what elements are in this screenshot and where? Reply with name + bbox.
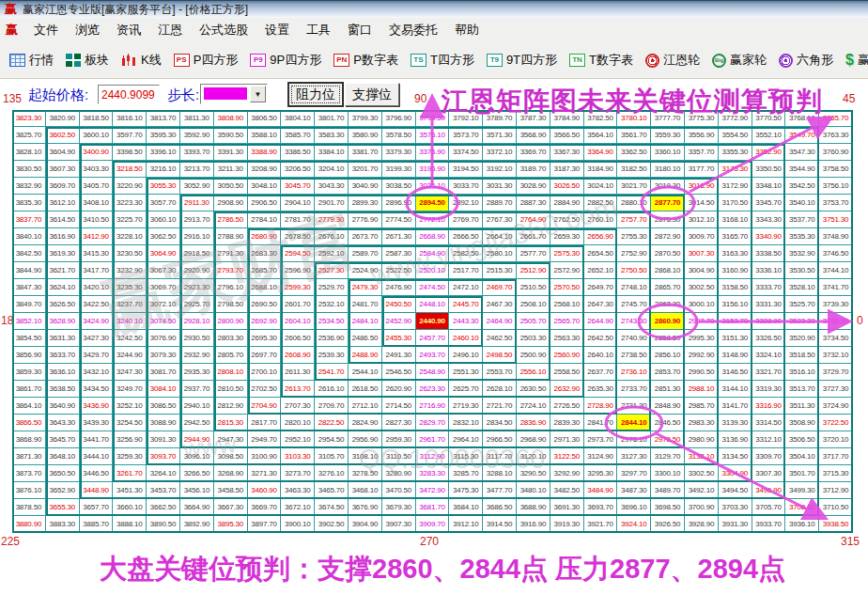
- grid-cell: 3597.70: [113, 127, 147, 144]
- grid-cell: 2812.90: [214, 398, 248, 415]
- toolbar-item-label: K线: [141, 52, 162, 69]
- grid-cell: 2649.70: [584, 279, 618, 296]
- grid-cell: 3316.90: [752, 398, 786, 415]
- support-button[interactable]: 支撑位: [345, 83, 399, 106]
- grid-cell: 3093.70: [147, 448, 180, 465]
- grid-cell: 3040.90: [349, 178, 382, 195]
- grid-cell: 3880.90: [12, 516, 46, 533]
- grid-cell: 3456.10: [180, 482, 214, 499]
- start-price-input[interactable]: [98, 85, 160, 104]
- grid-cell: 3504.10: [785, 448, 819, 465]
- grid-cell: 2834.50: [483, 415, 517, 431]
- grid-cell: 2995.30: [685, 330, 719, 347]
- grid-cell: 2846.50: [651, 415, 685, 431]
- menu-item-8[interactable]: 交易委托: [380, 19, 446, 41]
- toolbar-item-5[interactable]: PNP数字表: [333, 52, 398, 69]
- grid-cell: 3343.30: [752, 211, 786, 228]
- grid-cell: 2517.70: [449, 262, 483, 279]
- grid-cell: 3576.10: [416, 127, 450, 144]
- grid-cell: 3660.10: [113, 499, 147, 516]
- grid-cell: 3156.10: [719, 296, 752, 313]
- grid-cell: 3062.50: [147, 228, 180, 245]
- grid-cell: 3676.90: [349, 499, 382, 516]
- grid-cell: 2769.70: [449, 211, 483, 228]
- grid-cell: 3124.90: [584, 448, 618, 465]
- grid-cell: 2558.50: [550, 364, 584, 381]
- grid-cell: 3607.30: [46, 161, 80, 178]
- menu-item-4[interactable]: 公式选股: [191, 19, 256, 41]
- menu-item-6[interactable]: 工具: [298, 19, 339, 41]
- grid-cell: 3168.10: [719, 211, 752, 228]
- grid-cell: 2671.30: [382, 228, 416, 245]
- grid-cell: 3528.10: [785, 279, 819, 296]
- grid-cell: 2808.10: [214, 364, 248, 381]
- resistance-button[interactable]: 阻力位: [288, 83, 343, 106]
- menu-item-2[interactable]: 资讯: [108, 19, 149, 41]
- grid-cell: 3914.50: [483, 516, 517, 533]
- grid-cell: 3837.70: [12, 211, 46, 228]
- grid-cell: 3667.30: [214, 499, 248, 516]
- grid-cell: 3331.30: [752, 296, 786, 313]
- grid-cell: 3655.30: [46, 499, 80, 516]
- menu-item-7[interactable]: 窗口: [339, 19, 380, 41]
- toolbar-item-7[interactable]: T99T四方形: [487, 52, 557, 69]
- grid-cell: 2736.10: [617, 364, 651, 381]
- menu-item-3[interactable]: 江恩: [149, 19, 191, 41]
- grid-cell: 3304.90: [719, 465, 752, 482]
- grid-cell: 3602.50: [46, 127, 80, 144]
- grid-cell: 3242.50: [113, 330, 147, 347]
- grid-cell: 2961.70: [416, 431, 450, 448]
- grid-cell: 3235.30: [113, 279, 147, 296]
- toolbar-item-11[interactable]: 六角形: [779, 52, 833, 69]
- toolbar-item-1[interactable]: 板块: [66, 52, 109, 69]
- toolbar-item-12[interactable]: $赢家服务: [845, 52, 868, 69]
- grid-cell: 3513.70: [785, 381, 819, 398]
- toolbar-item-label: 江恩轮: [663, 52, 700, 69]
- grid-cell: 3813.70: [147, 110, 180, 127]
- grid-cell: 2604.10: [281, 313, 315, 330]
- toolbar-item-2[interactable]: K线: [121, 52, 162, 69]
- grid-cell: 3468.10: [349, 482, 382, 499]
- step-color-dropdown[interactable]: ▼: [200, 84, 268, 104]
- grid-cell: 3189.70: [517, 161, 550, 178]
- grid-cell: 2448.10: [416, 296, 450, 313]
- grid-cell: 3825.70: [12, 127, 46, 144]
- toolbar-item-10[interactable]: Big赢家轮: [712, 52, 767, 69]
- grid-cell: 3897.70: [248, 516, 282, 533]
- grid-cell: 2724.10: [517, 398, 550, 415]
- toolbar-item-8[interactable]: TNT数字表: [569, 52, 633, 69]
- grid-cell: 3540.10: [785, 195, 819, 211]
- toolbar-item-3[interactable]: PSP四方形: [174, 52, 239, 69]
- grid-cell: 2575.30: [550, 245, 584, 262]
- grid-cell: 3537.70: [785, 211, 819, 228]
- grid-cell: 2980.90: [685, 431, 719, 448]
- grid-cell: 3307.30: [752, 465, 786, 482]
- grid-cell: 3408.10: [80, 195, 114, 211]
- badge-icon: P9: [250, 54, 266, 67]
- menu-item-9[interactable]: 帮助: [446, 19, 488, 41]
- grid-cell: 2949.70: [248, 431, 282, 448]
- grid-cell: 3734.50: [819, 330, 853, 347]
- grid-cell: 3758.50: [819, 161, 853, 178]
- grid-cell: 2786.50: [214, 211, 248, 228]
- grid-cell: 3182.50: [617, 161, 651, 178]
- toolbar-item-0[interactable]: 行情: [9, 52, 54, 69]
- toolbar-item-9[interactable]: 江恩轮: [645, 52, 700, 69]
- menu-item-1[interactable]: 浏览: [67, 19, 108, 41]
- menu-item-0[interactable]: 文件: [25, 19, 67, 41]
- step-color-swatch: [204, 87, 247, 100]
- grid-cell: 2508.10: [517, 296, 550, 313]
- grid-cell: 2853.70: [651, 364, 685, 381]
- toolbar-item-4[interactable]: P99P四方形: [250, 52, 321, 69]
- grid-cell: 3091.30: [147, 431, 180, 448]
- grid-cell: 3136.90: [719, 431, 752, 448]
- grid-cell: 2827.30: [382, 415, 416, 431]
- menu-item-5[interactable]: 设置: [256, 19, 298, 41]
- grid-cell: 2673.70: [349, 228, 382, 245]
- grid-cell: 3859.30: [12, 364, 46, 381]
- toolbar-item-6[interactable]: TST四方形: [411, 52, 474, 69]
- grid-cell: 2592.10: [315, 245, 349, 262]
- grid-cell: 2654.50: [584, 245, 618, 262]
- grid-cell: 2522.50: [382, 262, 416, 279]
- chevron-down-icon[interactable]: ▼: [250, 86, 266, 102]
